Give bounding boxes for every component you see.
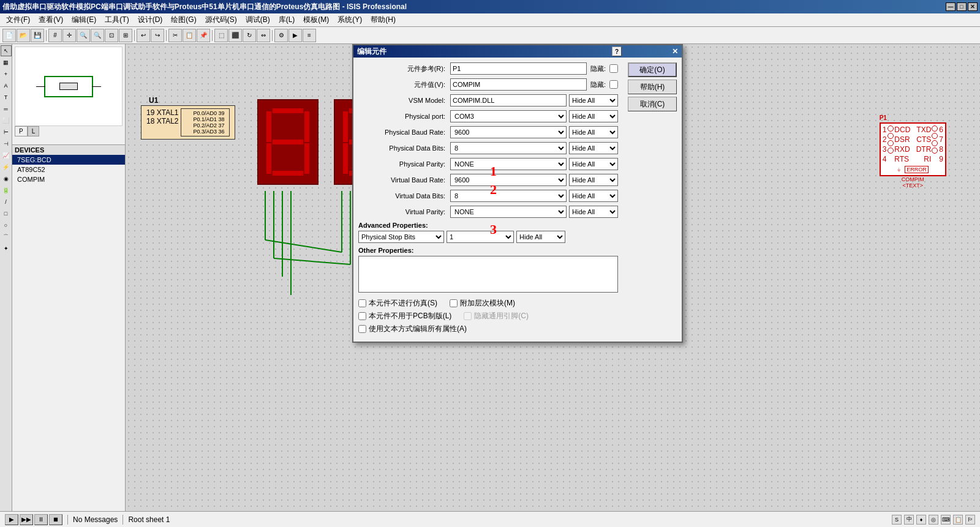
minimize-button[interactable]: — [946,2,956,11]
val-hide-checkbox[interactable] [609,80,618,89]
adv-val-select[interactable]: 1 2 [447,231,514,243]
tool-graph[interactable]: 📈 [1,150,12,161]
data-hide-select[interactable]: Hide All [569,142,618,154]
toolbar-debug[interactable]: ▶ [288,29,302,42]
menu-system[interactable]: 系统(Y) [334,13,366,26]
vdata-select[interactable]: 8 7 [450,190,567,202]
tool-junction[interactable]: + [1,69,12,80]
vparity-select[interactable]: NONE EVEN [450,206,567,218]
menu-tools[interactable]: 工具(T) [101,13,132,26]
menu-file[interactable]: 文件(F) [2,13,34,26]
no-pcb-checkbox[interactable] [358,312,366,320]
tool-bus[interactable]: ═ [1,103,12,114]
tool-terminal[interactable]: ⊢ [1,127,12,138]
tool-line[interactable]: / [1,196,12,207]
tool-circle[interactable]: ○ [1,220,12,231]
adv-prop-select[interactable]: Physical Stop Bits [358,231,444,243]
tool-box[interactable]: □ [1,208,12,219]
menu-design[interactable]: 设计(D) [134,13,167,26]
toolbar-cut[interactable]: ✂ [168,29,182,42]
menu-draw[interactable]: 绘图(G) [167,13,200,26]
hide-common-checkbox[interactable] [464,312,472,320]
menu-help[interactable]: 帮助(H) [367,13,399,26]
status-icon-2[interactable]: 中 [904,515,914,525]
adv-hide-select[interactable]: Hide All [516,231,565,243]
tool-select[interactable]: ↖ [1,45,12,56]
tool-text[interactable]: T [1,92,12,103]
toolbar-undo[interactable]: ↩ [137,29,150,42]
toolbar-compile[interactable]: ⚙ [274,29,288,42]
toolbar-new[interactable]: 📄 [2,29,16,42]
val-input[interactable] [450,78,587,91]
vsm-hide-select[interactable]: Hide All [569,94,618,107]
tab-l[interactable]: L [28,126,40,136]
menu-debug[interactable]: 调试(B) [242,13,274,26]
baud-hide-select[interactable]: Hide All [569,126,618,138]
tool-wire-label[interactable]: A [1,80,12,91]
ok-button[interactable]: 确定(O) [628,62,677,77]
parity-select[interactable]: NONE EVEN ODD [450,158,567,170]
toolbar-zoom-sel[interactable]: ⊞ [119,29,132,42]
port-select[interactable]: COM3 COM1 COM2 [450,110,567,122]
status-icon-4[interactable]: ◎ [929,515,938,525]
toolbar-block-rotate[interactable]: ↻ [243,29,256,42]
help-button[interactable]: 帮助(H) [628,80,677,94]
toolbar-block-mirror[interactable]: ⇔ [257,29,270,42]
close-window-button[interactable]: ✕ [968,2,978,11]
dialog-close-button[interactable]: ✕ [672,47,678,56]
stop-button[interactable]: ⏹ [49,514,62,525]
attach-module-checkbox[interactable] [450,299,458,307]
tool-battery[interactable]: 🔋 [1,185,12,196]
tool-pin[interactable]: ⊣ [1,138,12,149]
step-button[interactable]: ▶▶ [20,514,33,525]
toolbar-open[interactable]: 📂 [17,29,30,42]
tool-component[interactable]: ▦ [1,57,12,68]
toolbar-select[interactable]: ✛ [62,29,76,42]
canvas-area[interactable]: U1 19 XTAL1 18 XTAL2 P0.0/AD0 39 P0.1/AD… [126,44,980,511]
menu-edit[interactable]: 编辑(E) [68,13,100,26]
data-select[interactable]: 8 7 [450,142,567,154]
cancel-button[interactable]: 取消(C) [628,97,677,111]
menu-source[interactable]: 源代码(S) [202,13,241,26]
title-bar-controls[interactable]: — □ ✕ [946,2,978,11]
status-icon-5[interactable]: ⌨ [941,515,951,525]
maximize-button[interactable]: □ [957,2,967,11]
play-button[interactable]: ▶ [5,514,18,525]
baud-select[interactable]: 9600 115200 4800 [450,126,567,138]
toolbar-paste[interactable]: 📌 [197,29,210,42]
pause-button[interactable]: ⏸ [34,514,48,525]
other-textarea[interactable] [358,256,618,293]
use-text-checkbox[interactable] [358,325,366,333]
parity-hide-select[interactable]: Hide All [569,158,618,170]
no-sim-checkbox[interactable] [358,299,366,307]
toolbar-block-copy[interactable]: ⬚ [214,29,228,42]
toolbar-copy[interactable]: 📋 [183,29,196,42]
toolbar-grid[interactable]: # [48,29,62,42]
ref-input[interactable] [450,62,587,75]
tool-symbol[interactable]: ✦ [1,243,12,254]
port-hide-select[interactable]: Hide All [569,110,618,122]
dialog-help-icon[interactable]: ? [612,47,622,56]
tool-generator[interactable]: ⚡ [1,162,12,173]
device-item-compim[interactable]: COMPIM [12,174,125,184]
toolbar-redo[interactable]: ↪ [151,29,164,42]
toolbar-zoom-in[interactable]: 🔍 [77,29,90,42]
status-icon-3[interactable]: ♦ [916,515,926,525]
menu-view[interactable]: 查看(V) [35,13,67,26]
status-icon-6[interactable]: 📋 [953,515,963,525]
vbaud-select[interactable]: 9600 115200 [450,174,567,186]
tool-arc[interactable]: ⌒ [1,231,12,242]
toolbar-save[interactable]: 💾 [31,29,44,42]
toolbar-zoom-out[interactable]: 🔍 [91,29,104,42]
device-item-at89[interactable]: AT89C52 [12,165,125,174]
menu-library[interactable]: 库(L) [275,13,299,26]
device-item-7seg[interactable]: 7SEG:BCD [12,155,125,165]
vparity-hide-select[interactable]: Hide All [569,206,618,218]
vdata-hide-select[interactable]: Hide All [569,190,618,202]
vsm-input[interactable] [450,94,567,107]
menu-template[interactable]: 模板(M) [300,13,333,26]
toolbar-zoom-all[interactable]: ⊡ [105,29,118,42]
toolbar-netlist[interactable]: ≡ [303,29,316,42]
toolbar-block-move[interactable]: ⬛ [228,29,242,42]
tool-probe[interactable]: ◉ [1,173,12,184]
